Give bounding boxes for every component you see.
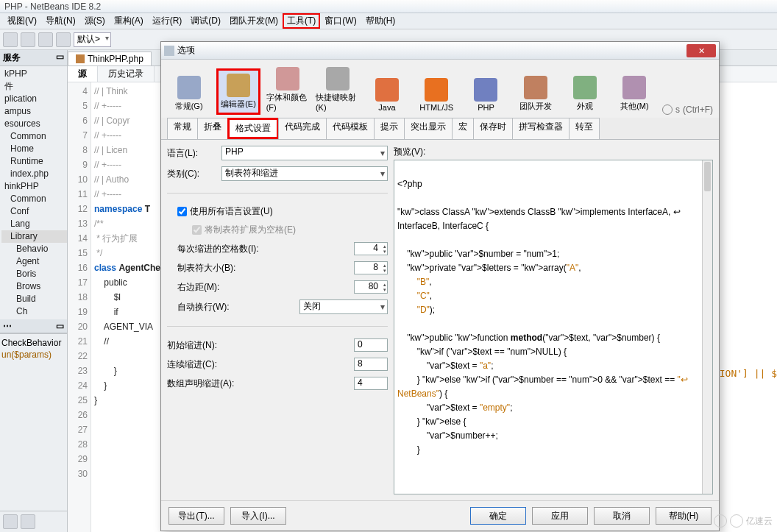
tree-item[interactable]: 件 — [1, 80, 67, 93]
tab-代码模板[interactable]: 代码模板 — [326, 118, 375, 139]
category-htmljs[interactable]: HTML/JS — [415, 75, 458, 115]
menu-refactor[interactable]: 重构(A) — [110, 13, 148, 29]
help-button[interactable]: 帮助(H) — [656, 507, 712, 525]
category-fonts[interactable]: 字体和颜色(F) — [266, 64, 310, 115]
tree-item[interactable]: Agent — [1, 255, 67, 268]
tree-item[interactable]: Boris — [1, 268, 67, 280]
menu-navigate[interactable]: 导航(N) — [41, 13, 80, 29]
dialog-body: 语言(L): PHP 类别(C): 制表符和缩进 使用所有语言设置(U) 将制表… — [161, 140, 719, 500]
close-icon[interactable]: ✕ — [686, 44, 716, 57]
navigator-header[interactable]: ⋯▭ — [0, 319, 67, 333]
menu-source[interactable]: 源(S) — [80, 13, 110, 29]
category-general[interactable]: 常规(G) — [167, 73, 210, 115]
tab-提示[interactable]: 提示 — [374, 118, 405, 139]
sort-icon[interactable] — [21, 514, 35, 529]
minimize-icon[interactable]: ▭ — [56, 52, 64, 64]
subtab-source[interactable]: 源 — [68, 66, 98, 82]
tab-常规[interactable]: 常规 — [167, 118, 198, 139]
category-java[interactable]: Java — [365, 75, 408, 115]
tab-格式设置[interactable]: 格式设置 — [227, 118, 279, 139]
menu-run[interactable]: 运行(R) — [148, 13, 187, 29]
tab-突出显示[interactable]: 突出显示 — [404, 118, 453, 139]
tree-item[interactable]: Home — [1, 143, 67, 155]
tree-item[interactable]: Build — [1, 293, 67, 305]
search-box[interactable]: s (Ctrl+F) — [662, 104, 713, 115]
category-team[interactable]: 团队开发 — [514, 73, 557, 115]
search-icon[interactable] — [662, 104, 673, 115]
tree-item[interactable]: Brows — [1, 280, 67, 293]
menu-help[interactable]: 帮助(H) — [361, 13, 400, 29]
tree-item[interactable]: Lang — [1, 218, 67, 230]
tab-拼写检查器[interactable]: 拼写检查器 — [512, 118, 570, 139]
minimize-icon[interactable]: ▭ — [56, 321, 64, 331]
tab-折叠[interactable]: 折叠 — [197, 118, 228, 139]
tree-item[interactable]: Ch — [1, 305, 67, 318]
initial-indent-input[interactable]: 0 — [354, 338, 388, 352]
tree-item[interactable]: Conf — [1, 205, 67, 218]
tab-宏[interactable]: 宏 — [452, 118, 474, 139]
tree-item[interactable]: Common — [1, 130, 67, 143]
services-panel-header[interactable]: 服务▭ — [0, 50, 67, 66]
redo-icon[interactable] — [56, 32, 71, 47]
spaces-spinner[interactable]: 4 — [354, 242, 388, 255]
category-php[interactable]: PHP — [464, 75, 508, 115]
cont-indent-input[interactable]: 8 — [354, 358, 388, 371]
use-all-checkbox[interactable] — [177, 207, 187, 216]
menu-view[interactable]: 视图(V) — [3, 13, 41, 29]
tab-保存时[interactable]: 保存时 — [473, 118, 513, 139]
undo-icon[interactable] — [38, 32, 53, 47]
category-appearance[interactable]: 外观 — [563, 73, 606, 115]
line-gutter: 4567891011121314151617181920212223242526… — [68, 82, 91, 532]
project-tree[interactable]: kPHP件plicationampusesourcesCommonHomeRun… — [0, 66, 67, 319]
category-misc[interactable]: 其他(M) — [613, 73, 656, 115]
subtab-history[interactable]: 历史记录 — [98, 66, 155, 82]
preview-scrollbar[interactable] — [702, 160, 712, 494]
nav-class[interactable]: CheckBehavior — [1, 337, 65, 349]
tree-item[interactable]: Behavio — [1, 243, 67, 255]
tab-代码完成[interactable]: 代码完成 — [278, 118, 327, 139]
menu-tools[interactable]: 工具(T) — [283, 13, 320, 29]
toolbar-icon-1[interactable] — [3, 32, 18, 47]
array-indent-input[interactable]: 4 — [354, 377, 388, 390]
toolbar-icon-2[interactable] — [21, 32, 35, 47]
menu-window[interactable]: 窗口(W) — [320, 13, 361, 29]
tab-转至[interactable]: 转至 — [569, 118, 600, 139]
nav-method[interactable]: un($params) — [1, 349, 65, 361]
export-button[interactable]: 导出(T)... — [168, 507, 224, 525]
php-file-icon — [76, 54, 85, 63]
ok-button[interactable]: 确定 — [470, 507, 526, 525]
menu-debug[interactable]: 调试(D) — [186, 13, 225, 29]
dialog-title: 选项 — [177, 44, 195, 57]
margin-spinner[interactable]: 80 — [354, 280, 388, 294]
cancel-button[interactable]: 取消 — [594, 507, 650, 525]
tree-item[interactable]: Library — [1, 230, 67, 243]
tree-item[interactable]: Common — [1, 193, 67, 205]
category-editor[interactable]: 编辑器(E) — [216, 68, 260, 115]
editor-icon — [227, 74, 250, 97]
wrap-combo[interactable]: 关闭 — [299, 299, 388, 314]
use-all-languages-check[interactable]: 使用所有语言设置(U) — [177, 205, 388, 218]
team-icon — [524, 76, 547, 99]
import-button[interactable]: 导入(I)... — [230, 507, 286, 525]
menu-team[interactable]: 团队开发(M) — [225, 13, 283, 29]
category-combo[interactable]: 制表符和缩进 — [221, 166, 388, 181]
tree-item[interactable]: kPHP — [1, 68, 67, 80]
tree-item[interactable]: index.php — [1, 168, 67, 180]
tab-size-spinner[interactable]: 8 — [354, 261, 388, 274]
tree-item[interactable]: plication — [1, 93, 67, 105]
config-combo[interactable]: 默认> — [74, 32, 111, 47]
tree-item[interactable]: esources — [1, 118, 67, 130]
tree-item[interactable]: Runtime — [1, 155, 67, 168]
tree-item[interactable]: ampus — [1, 105, 67, 118]
tree-item[interactable]: hinkPHP — [1, 180, 67, 193]
filter-icon[interactable] — [3, 514, 18, 529]
apply-button[interactable]: 应用 — [532, 507, 588, 525]
category-keymap[interactable]: 快捷键映射(K) — [316, 64, 359, 115]
language-combo[interactable]: PHP — [221, 146, 388, 160]
editor-option-tabs: 常规折叠格式设置代码完成代码模板提示突出显示宏保存时拼写检查器转至 — [161, 118, 719, 140]
editor-tab-thinkphp[interactable]: ThinkPHP.php — [68, 52, 152, 65]
search-icon-text: s — [675, 104, 680, 115]
navigator-pane[interactable]: CheckBehavior un($params) — [0, 333, 67, 363]
overflow-code-fragment: TION'] || $ — [714, 368, 777, 379]
dialog-title-bar[interactable]: 选项 ✕ — [161, 42, 719, 60]
